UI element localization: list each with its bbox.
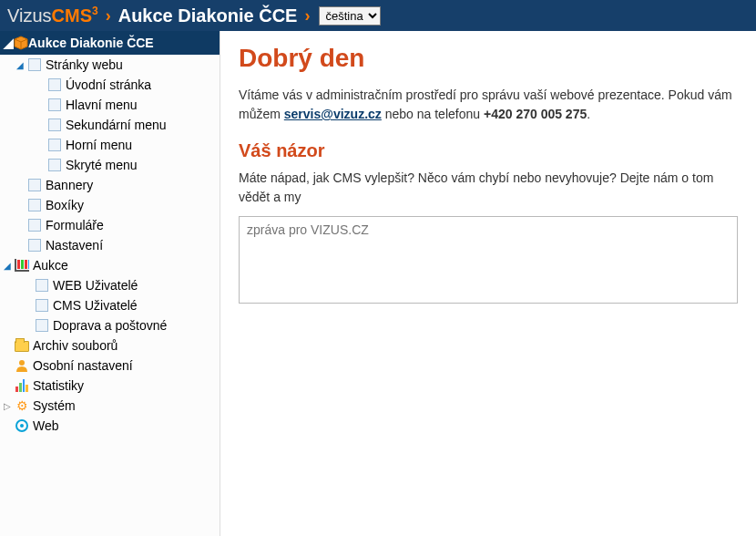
sidebar-item-skryte-menu[interactable]: Skryté menu <box>66 158 138 172</box>
main-content: Dobrý den Vítáme vás v administračním pr… <box>220 31 756 536</box>
sidebar-root-label: Aukce Diakonie ČCE <box>28 36 154 50</box>
box3d-icon <box>14 36 28 50</box>
tree-toggle-icon[interactable]: ◢ <box>2 261 13 271</box>
user-icon <box>15 358 29 373</box>
chevron-right-icon: › <box>98 6 118 26</box>
feedback-prompt: Máte nápad, jak CMS vylepšit? Něco vám c… <box>239 169 738 207</box>
sidebar-item-archiv[interactable]: Archiv souborů <box>33 338 117 353</box>
sidebar-item-bannery[interactable]: Bannery <box>46 178 93 192</box>
tree-toggle-icon[interactable]: ▷ <box>2 401 13 411</box>
support-email-link[interactable]: servis@vizuz.cz <box>284 107 382 121</box>
page-icon <box>27 198 42 212</box>
sidebar-item-osobni[interactable]: Osobní nastavení <box>33 358 133 373</box>
sidebar-item-system[interactable]: Systém <box>33 398 76 413</box>
sidebar-item-doprava[interactable]: Doprava a poštovné <box>53 318 167 333</box>
support-phone: +420 270 005 275 <box>484 107 587 121</box>
gear-icon: ⚙ <box>15 398 29 413</box>
chevron-right-icon: › <box>297 6 317 26</box>
brand-cms: CMS3 <box>52 5 98 26</box>
page-icon <box>35 298 49 313</box>
sidebar-item-statistiky[interactable]: Statistiky <box>33 378 84 393</box>
welcome-text: Vítáme vás v administračním prostředí pr… <box>239 86 738 124</box>
svg-point-2 <box>19 360 25 366</box>
page-icon <box>47 98 62 112</box>
sidebar-item-nastaveni[interactable]: Nastavení <box>46 238 103 253</box>
sidebar-item-sekundarni-menu[interactable]: Sekundární menu <box>66 118 167 132</box>
folder-icon <box>15 338 29 353</box>
breadcrumb[interactable]: Aukce Diakonie ČCE <box>118 5 298 26</box>
page-icon <box>27 218 42 232</box>
page-icon <box>47 158 62 172</box>
page-icon <box>47 118 62 132</box>
sidebar-item-cms-uzivatele[interactable]: CMS Uživatelé <box>53 298 138 313</box>
sidebar-item-boxiky[interactable]: Boxíky <box>46 198 84 212</box>
page-icon <box>47 77 62 92</box>
language-select[interactable]: čeština <box>319 6 381 26</box>
page-title: Dobrý den <box>239 44 738 73</box>
target-icon <box>15 418 29 433</box>
brand-vizus: Vizus <box>7 5 52 26</box>
bars-icon <box>15 378 29 393</box>
sidebar-item-hlavni-menu[interactable]: Hlavní menu <box>66 98 138 112</box>
sidebar-root[interactable]: ◢ Aukce Diakonie ČCE <box>0 31 220 55</box>
page-icon <box>27 238 42 253</box>
sidebar-item-web[interactable]: Web <box>33 418 59 433</box>
sidebar-item-aukce[interactable]: Aukce <box>33 258 68 273</box>
page-icon <box>27 57 42 72</box>
feedback-textarea[interactable] <box>239 216 738 304</box>
sidebar-item-stranky[interactable]: Stránky webu <box>46 57 123 72</box>
tree-toggle-icon[interactable]: ◢ <box>15 60 26 70</box>
sidebar: ◢ Aukce Diakonie ČCE ◢ Stránky webu Úvod… <box>0 31 220 536</box>
section-feedback-title: Váš názor <box>239 140 738 161</box>
topbar: Vizus CMS3 › Aukce Diakonie ČCE › češtin… <box>0 0 756 31</box>
sidebar-item-web-uzivatele[interactable]: WEB Uživatelé <box>53 278 138 293</box>
sidebar-item-uvodni[interactable]: Úvodní stránka <box>66 77 151 92</box>
page-icon <box>47 138 62 152</box>
sidebar-item-formulare[interactable]: Formuláře <box>46 218 104 232</box>
page-icon <box>35 318 49 333</box>
page-icon <box>35 278 49 293</box>
sidebar-item-horni-menu[interactable]: Horní menu <box>66 138 132 152</box>
page-icon <box>27 178 42 192</box>
chart-icon <box>15 258 29 273</box>
